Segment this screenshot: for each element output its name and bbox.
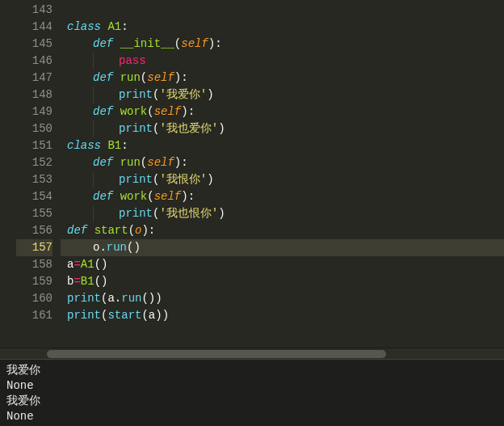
code-line[interactable]: class A1: [61,19,504,36]
token-pn: ( [141,156,147,169]
token-pn: ( [94,275,101,288]
code-line[interactable]: class B1: [61,137,504,154]
token-pn: : [149,224,155,237]
token-pn [113,156,120,169]
token-pn: ( [174,37,181,50]
line-number-gutter: 1431441451461471481491501511521531541551… [16,0,61,348]
token-prm: self [147,156,174,169]
token-prm: self [154,190,182,203]
token-id: a [149,309,155,322]
code-line[interactable]: def work(self): [61,188,504,205]
token-pn: ) [155,309,162,322]
token-pn: ( [128,224,135,237]
code-line[interactable]: def run(self): [61,154,504,171]
horizontal-scrollbar-thumb[interactable] [47,350,386,358]
token-kw: def [93,71,113,84]
code-line[interactable]: def work(self): [61,103,504,120]
token-pn: ) [174,156,181,169]
token-pn: ( [147,190,153,203]
token-pn: ) [207,173,213,186]
token-pn: : [121,139,128,152]
token-pn: : [215,37,221,50]
token-dot: . [99,241,106,254]
code-line[interactable]: b=B1() [61,273,504,290]
token-pn [113,71,120,84]
token-fn: start [94,224,128,237]
token-prm: self [181,37,208,50]
token-pn: ) [162,309,169,322]
token-pn: ) [218,122,225,135]
token-id: a [107,292,114,305]
token-pn: ) [155,292,162,305]
token-call: start [107,309,141,322]
token-pn: ) [181,105,187,118]
token-fn: __init__ [120,37,174,50]
token-cls: B1 [107,139,121,152]
code-line[interactable]: print('我也爱你') [61,120,504,137]
token-pn: ( [141,309,148,322]
token-str: '我恨你' [159,173,207,186]
code-area[interactable]: class A1:def __init__(self):passdef run(… [61,0,504,348]
output-line: 我爱你 [6,394,498,409]
token-kw: class [67,20,101,33]
token-pn: : [188,105,195,118]
code-line[interactable]: print(a.run()) [61,290,504,307]
token-prm: self [154,105,182,118]
code-line[interactable]: print('我恨你') [61,171,504,188]
token-pn [87,224,94,237]
token-pn: ) [218,207,225,220]
token-op: = [74,275,80,288]
token-kw: def [67,224,87,237]
token-pn: ( [141,292,148,305]
token-pn: ( [94,258,101,271]
token-op: = [74,258,80,271]
line-number: 148 [16,86,52,103]
line-number: 155 [16,205,52,222]
token-call: run [107,241,127,254]
code-line[interactable]: def __init__(self): [61,36,504,53]
token-pn: ( [147,105,153,118]
code-line[interactable]: pass [61,53,504,70]
token-kw: class [67,139,101,152]
token-pn: : [181,156,187,169]
build-output-panel[interactable]: 我爱你None我爱你None[Finished in 0.2s] [0,359,504,426]
token-pn [113,37,120,50]
line-number: 158 [16,256,52,273]
token-call: run [121,292,141,305]
token-fn: work [120,190,148,203]
code-line[interactable]: def start(o): [61,222,504,239]
token-cls: A1 [81,258,94,271]
line-number: 144 [16,19,52,36]
code-line[interactable]: def run(self): [61,70,504,86]
token-pn [113,190,120,203]
token-pn: ) [207,88,213,101]
output-line: 我爱你 [6,363,498,378]
token-call: print [119,173,153,186]
code-line[interactable]: a=A1() [61,256,504,273]
token-pn: ) [101,275,107,288]
token-prm: self [147,71,174,84]
token-pn: ) [174,71,181,84]
token-str: '我爱你' [159,88,207,101]
token-kw: def [93,156,113,169]
token-call: print [119,88,153,101]
token-fn: run [120,71,141,84]
code-line[interactable]: print('我也恨你') [61,205,504,222]
line-number: 151 [16,137,52,154]
output-line: None [6,409,498,424]
token-cls: A1 [107,20,121,33]
code-line[interactable]: print(start(a)) [61,307,504,324]
code-line[interactable]: o.run() [61,239,504,256]
line-number: 154 [16,188,52,205]
token-call: print [119,207,153,220]
code-line[interactable] [61,2,504,19]
token-str: '我也恨你' [159,207,218,220]
horizontal-scrollbar[interactable] [0,348,504,359]
token-call: print [119,122,153,135]
line-number: 143 [16,2,52,19]
line-number: 145 [16,36,52,53]
token-str: '我也爱你' [159,122,218,135]
token-pn: ) [141,224,148,237]
editor-pane[interactable]: 1431441451461471481491501511521531541551… [0,0,504,348]
code-line[interactable]: print('我爱你') [61,86,504,103]
